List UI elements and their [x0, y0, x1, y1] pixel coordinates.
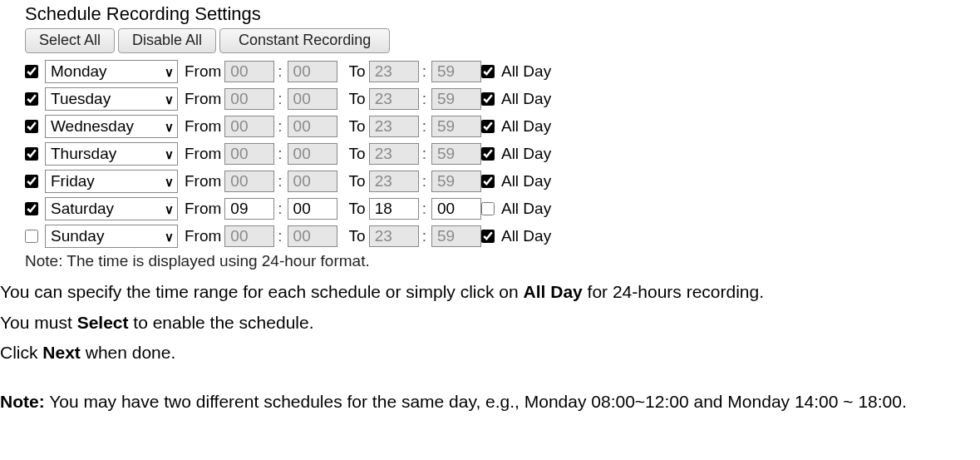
enable-checkbox[interactable]	[25, 230, 38, 243]
enable-checkbox[interactable]	[25, 92, 38, 106]
from-label: From	[185, 117, 221, 136]
colon: :	[422, 90, 426, 108]
schedule-panel: Schedule Recording Settings Select All D…	[0, 3, 980, 270]
text: Click	[0, 343, 42, 362]
chevron-down-icon: ∨	[165, 203, 174, 215]
schedule-row: Friday∨From00:00To23:59All Day	[25, 170, 980, 193]
colon: :	[422, 117, 426, 136]
to-label: To	[349, 117, 366, 136]
colon: :	[278, 172, 282, 190]
all-day-checkbox[interactable]	[481, 230, 495, 243]
all-day-checkbox[interactable]	[481, 65, 495, 78]
colon: :	[422, 172, 426, 190]
bold-select: Select	[77, 313, 129, 332]
day-select[interactable]: Tuesday∨	[45, 87, 178, 111]
from-hour-input: 00	[224, 61, 274, 82]
day-select[interactable]: Wednesday∨	[45, 115, 178, 138]
from-hour-input: 00	[224, 143, 274, 165]
enable-checkbox[interactable]	[25, 120, 38, 133]
bold-note: Note:	[0, 392, 45, 411]
to-label: To	[349, 200, 366, 218]
day-label: Thursday	[51, 145, 116, 163]
all-day-label: All Day	[501, 200, 551, 218]
schedule-row: Saturday∨From09:00To18:00All Day	[25, 197, 980, 220]
all-day-checkbox[interactable]	[481, 147, 495, 161]
colon: :	[422, 62, 426, 81]
colon: :	[278, 145, 282, 163]
instruction-line-1: You can specify the time range for each …	[0, 279, 980, 306]
button-row: Select All Disable All Constant Recordin…	[25, 28, 980, 53]
constant-recording-button[interactable]: Constant Recording	[219, 28, 390, 53]
to-minute-input[interactable]: 00	[431, 198, 481, 220]
colon: :	[278, 227, 282, 245]
day-select[interactable]: Friday∨	[45, 170, 178, 193]
from-hour-input: 00	[224, 171, 274, 192]
colon: :	[422, 227, 426, 245]
from-minute-input: 00	[288, 61, 337, 82]
disable-all-button[interactable]: Disable All	[118, 28, 216, 53]
from-minute-input: 00	[288, 88, 337, 110]
enable-checkbox[interactable]	[25, 175, 38, 188]
enable-checkbox[interactable]	[25, 147, 38, 161]
bold-all-day: All Day	[524, 282, 583, 301]
day-select[interactable]: Saturday∨	[45, 197, 178, 220]
day-select[interactable]: Sunday∨	[45, 225, 178, 248]
from-label: From	[185, 227, 221, 245]
from-minute-input[interactable]: 00	[288, 198, 337, 220]
to-hour-input[interactable]: 18	[369, 198, 419, 220]
schedule-row: Thursday∨From00:00To23:59All Day	[25, 142, 980, 166]
colon: :	[422, 145, 426, 163]
instruction-note: Note: You may have two different schedul…	[0, 388, 980, 416]
instruction-text: You can specify the time range for each …	[0, 279, 980, 415]
panel-title: Schedule Recording Settings	[25, 3, 980, 25]
from-label: From	[185, 145, 221, 163]
text: You can specify the time range for each …	[0, 282, 524, 301]
chevron-down-icon: ∨	[165, 148, 174, 161]
instruction-line-2: You must Select to enable the schedule.	[0, 309, 980, 337]
to-hour-input: 23	[369, 88, 419, 110]
colon: :	[278, 62, 282, 81]
to-hour-input: 23	[369, 116, 419, 137]
chevron-down-icon: ∨	[165, 121, 174, 133]
colon: :	[278, 90, 282, 108]
text: to enable the schedule.	[129, 313, 314, 332]
chevron-down-icon: ∨	[165, 66, 174, 78]
day-label: Friday	[51, 172, 95, 190]
chevron-down-icon: ∨	[165, 93, 174, 106]
all-day-checkbox[interactable]	[481, 92, 495, 106]
schedule-row: Wednesday∨From00:00To23:59All Day	[25, 115, 980, 138]
colon: :	[278, 117, 282, 136]
day-label: Wednesday	[51, 117, 134, 136]
to-minute-input: 59	[431, 143, 481, 165]
bold-next: Next	[42, 343, 81, 362]
all-day-label: All Day	[501, 90, 551, 108]
from-minute-input: 00	[288, 143, 337, 165]
from-label: From	[185, 62, 221, 81]
day-label: Sunday	[51, 227, 104, 245]
all-day-checkbox[interactable]	[481, 175, 495, 188]
colon: :	[422, 200, 426, 218]
to-minute-input: 59	[431, 88, 481, 110]
day-select[interactable]: Monday∨	[45, 60, 178, 83]
schedule-row: Monday∨From00:00To23:59All Day	[25, 60, 980, 83]
text: for 24-hours recording.	[583, 282, 764, 301]
to-hour-input: 23	[369, 143, 419, 165]
day-select[interactable]: Thursday∨	[45, 142, 178, 166]
day-label: Monday	[51, 62, 107, 81]
select-all-button[interactable]: Select All	[25, 28, 115, 53]
all-day-checkbox[interactable]	[481, 120, 495, 133]
to-label: To	[349, 62, 366, 81]
enable-checkbox[interactable]	[25, 202, 38, 215]
all-day-checkbox[interactable]	[481, 202, 495, 215]
text: You may have two different schedules for…	[45, 392, 907, 411]
to-label: To	[349, 172, 366, 190]
enable-checkbox[interactable]	[25, 65, 38, 78]
chevron-down-icon: ∨	[165, 230, 174, 243]
from-hour-input[interactable]: 09	[224, 198, 274, 220]
all-day-label: All Day	[501, 172, 551, 190]
schedule-row: Tuesday∨From00:00To23:59All Day	[25, 87, 980, 111]
text: when done.	[81, 343, 175, 362]
colon: :	[278, 200, 282, 218]
to-minute-input: 59	[431, 225, 481, 247]
from-hour-input: 00	[224, 225, 274, 247]
